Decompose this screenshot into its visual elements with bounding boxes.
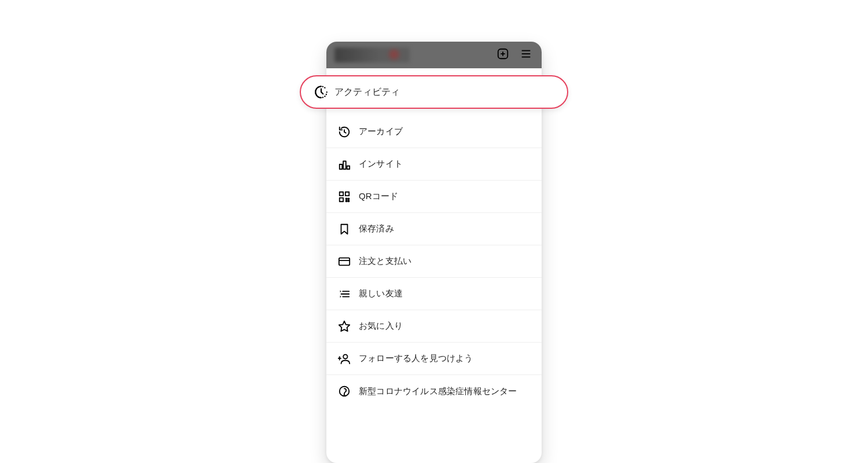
menu-item-discover-people[interactable]: フォローする人を見つけよう <box>326 343 542 375</box>
profile-username-blurred <box>334 47 410 63</box>
credit-card-icon <box>338 255 359 268</box>
add-person-icon <box>338 352 359 365</box>
menu-item-orders-payments[interactable]: 注文と支払い <box>326 245 542 278</box>
menu-item-qrcode[interactable]: QRコード <box>326 181 542 213</box>
archive-icon <box>338 126 359 138</box>
activity-icon <box>314 84 334 100</box>
star-icon <box>338 320 359 333</box>
bookmark-icon <box>338 223 359 236</box>
menu-item-activity[interactable]: アクティビティ <box>300 75 568 109</box>
menu-item-insights[interactable]: インサイト <box>326 148 542 181</box>
menu-item-label: アーカイブ <box>359 126 403 137</box>
close-friends-icon <box>338 288 359 300</box>
menu-item-label: フォローする人を見つけよう <box>359 353 473 364</box>
menu-item-label: インサイト <box>359 159 403 170</box>
svg-rect-16 <box>346 200 347 201</box>
svg-marker-23 <box>340 295 341 297</box>
svg-rect-18 <box>339 258 350 265</box>
menu-item-favorites[interactable]: お気に入り <box>326 310 542 343</box>
create-icon[interactable] <box>496 47 509 63</box>
svg-point-26 <box>343 354 347 358</box>
menu-item-archive[interactable]: アーカイブ <box>326 116 542 148</box>
svg-marker-25 <box>339 321 350 330</box>
svg-point-30 <box>344 395 345 395</box>
app-header <box>326 42 542 68</box>
menu-item-label: QRコード <box>359 191 399 202</box>
svg-rect-11 <box>340 192 343 195</box>
highlighted-menu-row: アクティビティ <box>300 75 568 109</box>
covid-info-icon <box>338 385 359 398</box>
settings-panel: アクティビティ アーカイブ インサイト QRコード <box>326 42 542 463</box>
menu-item-label: 親しい友達 <box>359 288 403 299</box>
menu-list: アーカイブ インサイト QRコード 保存済み <box>326 112 542 407</box>
svg-rect-12 <box>345 192 349 195</box>
menu-item-saved[interactable]: 保存済み <box>326 213 542 245</box>
menu-item-label: 保存済み <box>359 223 394 234</box>
svg-rect-9 <box>343 161 346 169</box>
menu-item-label: 新型コロナウイルス感染症情報センター <box>359 386 517 397</box>
menu-item-covid-info[interactable]: 新型コロナウイルス感染症情報センター <box>326 375 542 407</box>
svg-rect-8 <box>340 164 343 169</box>
menu-item-label: 注文と支払い <box>359 256 411 267</box>
menu-panel: アーカイブ インサイト QRコード 保存済み <box>326 112 542 425</box>
svg-line-7 <box>344 132 346 133</box>
svg-rect-15 <box>348 198 349 199</box>
insights-icon <box>338 158 359 171</box>
svg-rect-14 <box>346 198 347 199</box>
qrcode-icon <box>338 190 359 203</box>
svg-rect-10 <box>347 166 350 169</box>
menu-item-close-friends[interactable]: 親しい友達 <box>326 278 542 310</box>
hamburger-menu-icon[interactable] <box>520 47 532 63</box>
menu-item-label: お気に入り <box>359 321 403 332</box>
menu-item-label: アクティビティ <box>334 86 400 98</box>
svg-rect-13 <box>340 197 343 201</box>
svg-rect-17 <box>348 200 349 201</box>
svg-marker-20 <box>340 290 341 292</box>
